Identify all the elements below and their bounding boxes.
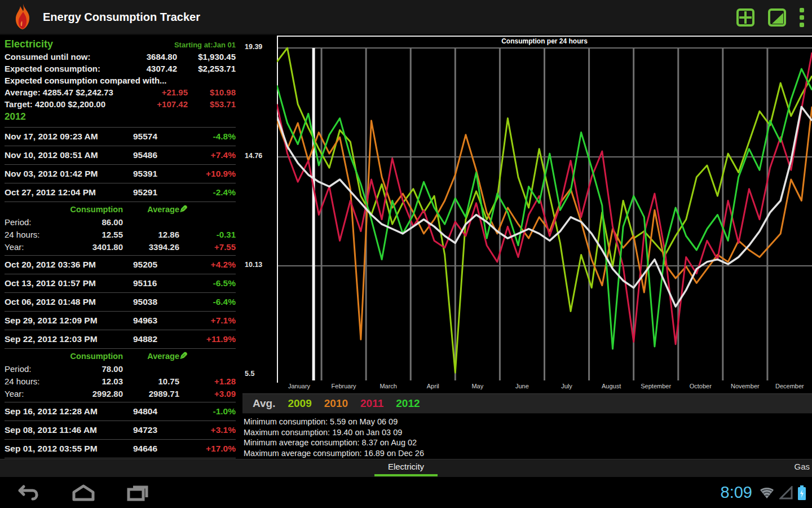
chart-view-icon[interactable]: [768, 8, 786, 27]
energy-type-label: Electricity: [5, 38, 53, 50]
legend-item-2009[interactable]: 2009: [288, 397, 311, 410]
reading-date: Sep 16, 2012 12:28 AM: [5, 406, 133, 417]
recents-button[interactable]: [126, 484, 150, 502]
signal-icon: [779, 486, 793, 500]
consumed-cost: $1,930.45: [177, 52, 236, 64]
reading-percent: +10.9%: [187, 169, 236, 179]
month-label: March: [366, 383, 411, 393]
month-label: May: [455, 383, 500, 393]
reading-row[interactable]: Oct 20, 2012 03:36 PM95205+4.2%: [5, 256, 236, 274]
meter-value: 95038: [133, 297, 187, 307]
reading-date: Sep 01, 2012 03:55 PM: [5, 444, 133, 454]
consumption-chart[interactable]: [277, 35, 812, 383]
reading-date: Oct 20, 2012 03:36 PM: [5, 260, 133, 270]
reading-date: Oct 06, 2012 01:48 PM: [5, 297, 133, 307]
meter-value: 95205: [133, 260, 187, 270]
pencil-icon[interactable]: ✎: [179, 350, 236, 362]
home-button[interactable]: [72, 484, 95, 501]
detail-row: Year:2992.802989.71+3.09: [5, 387, 236, 400]
y-tick-label: 19.39: [245, 43, 275, 51]
left-panel: Electricity Starting at:Jan 01 Consumed …: [0, 35, 242, 477]
detail-average-header: Average: [123, 205, 179, 214]
average-compare-label: Average: 4285.47 $2,242.73: [5, 87, 134, 99]
reading-row[interactable]: Nov 10, 2012 08:51 AM95486+7.4%: [5, 146, 236, 165]
tab-bar: Electricity Gas: [0, 459, 812, 477]
legend-item-2011[interactable]: 2011: [360, 397, 383, 410]
legend-item-2012[interactable]: 2012: [396, 397, 420, 410]
tab-gas[interactable]: Gas: [794, 459, 810, 478]
reading-date: Nov 03, 2012 01:42 PM: [5, 169, 133, 179]
reading-row[interactable]: Oct 06, 2012 01:48 PM95038-6.4%: [5, 293, 236, 312]
detail-average-value: 2989.71: [123, 389, 179, 398]
legend-item-avg[interactable]: Avg.: [253, 397, 275, 410]
reading-row[interactable]: Nov 03, 2012 01:42 PM95391+10.9%: [5, 165, 236, 183]
reading-row[interactable]: Sep 29, 2012 12:09 PM94963+7.1%: [5, 312, 236, 330]
month-label: November: [723, 383, 767, 393]
detail-consumption-value: 78.00: [58, 364, 123, 374]
reading-percent: +7.4%: [187, 150, 236, 160]
detail-row: Year:3401.803394.26+7.55: [5, 240, 236, 253]
tab-electricity-label: Electricity: [374, 459, 438, 474]
reading-detail: ConsumptionAverage✎Period:78.0024 hours:…: [5, 349, 236, 402]
target-delta-amount: +107.42: [134, 99, 188, 111]
x-axis-month-labels: JanuaryFebruaryMarchAprilMayJuneJulyAugu…: [277, 383, 812, 393]
expected-amount: 4307.42: [121, 64, 177, 76]
reading-row[interactable]: Sep 08, 2012 11:46 AM94723+3.1%: [5, 421, 236, 440]
add-widget-icon[interactable]: [736, 8, 754, 27]
reading-percent: -4.8%: [187, 132, 236, 142]
reading-row[interactable]: Oct 27, 2012 12:04 PM95291-2.4%: [5, 183, 236, 202]
detail-row: Period:78.00: [5, 362, 236, 375]
detail-average-header: Average: [123, 352, 179, 361]
reading-percent: +7.1%: [187, 316, 236, 326]
reading-percent: -6.5%: [187, 278, 236, 288]
expected-cost: $2,253.71: [177, 64, 236, 76]
detail-delta-value: -0.31: [179, 230, 236, 239]
app-title: Energy Consumption Tracker: [43, 11, 200, 24]
battery-icon: [797, 485, 806, 501]
reading-row[interactable]: Oct 13, 2012 01:57 PM95116-6.5%: [5, 274, 236, 293]
chart-legend: Avg.2009201020112012: [242, 393, 812, 414]
reading-row[interactable]: Sep 01, 2012 03:55 PM94646+17.0%: [5, 440, 236, 458]
reading-date: Oct 13, 2012 01:57 PM: [5, 278, 133, 288]
month-label: October: [678, 383, 723, 393]
detail-consumption-header: Consumption: [58, 352, 123, 361]
reading-date: Nov 17, 2012 09:23 AM: [5, 132, 133, 142]
stat-line: Minimum consumption: 5.59 on May 06 09: [244, 417, 807, 427]
pencil-icon[interactable]: ✎: [179, 203, 236, 216]
meter-value: 95486: [133, 150, 187, 160]
reading-row[interactable]: Nov 17, 2012 09:23 AM95574-4.8%: [5, 128, 236, 146]
consumed-label: Consumed until now:: [5, 52, 121, 64]
detail-row: Period:86.00: [5, 216, 236, 228]
average-delta-amount: +21.95: [134, 87, 188, 99]
detail-label: 24 hours:: [5, 376, 58, 386]
reading-date: Oct 27, 2012 12:04 PM: [5, 187, 133, 198]
stat-line: Minimum average consumption: 8.37 on Aug…: [244, 437, 807, 448]
back-button[interactable]: [16, 484, 41, 501]
meter-value: 94723: [133, 425, 187, 435]
reading-row[interactable]: Sep 16, 2012 12:28 AM94804-1.0%: [5, 402, 236, 421]
compare-header: Expected consumption compared with...: [5, 76, 236, 87]
status-clock: 8:09: [721, 483, 752, 502]
stat-line: Maximum consumption: 19.40 on Jan 03 09: [244, 427, 807, 438]
consumed-amount: 3684.80: [121, 52, 177, 64]
legend-item-2010[interactable]: 2010: [324, 397, 348, 410]
reading-date: Sep 22, 2012 12:03 PM: [5, 334, 133, 344]
reading-percent: +11.9%: [187, 334, 236, 344]
tab-electricity[interactable]: Electricity: [374, 459, 438, 478]
reading-percent: +4.2%: [187, 260, 236, 270]
y-tick-label: 14.76: [245, 152, 275, 160]
detail-header: ConsumptionAverage✎: [5, 350, 236, 362]
stat-line: Maximum average consumption: 16.89 on De…: [244, 448, 807, 459]
starting-date-label: Starting at:Jan 01: [174, 41, 236, 49]
system-bar: 8:09: [0, 477, 812, 508]
month-label: April: [411, 383, 455, 393]
overflow-menu-icon[interactable]: [800, 8, 804, 27]
meter-value: 94882: [133, 334, 187, 344]
reading-detail: ConsumptionAverage✎Period:86.0024 hours:…: [5, 202, 236, 256]
reading-percent: -1.0%: [187, 406, 236, 417]
y-tick-label: 10.13: [245, 261, 275, 269]
reading-date: Sep 29, 2012 12:09 PM: [5, 316, 133, 326]
average-delta-cost: $10.98: [188, 87, 236, 99]
reading-row[interactable]: Sep 22, 2012 12:03 PM94882+11.9%: [5, 330, 236, 349]
reading-percent: +3.1%: [187, 425, 236, 435]
